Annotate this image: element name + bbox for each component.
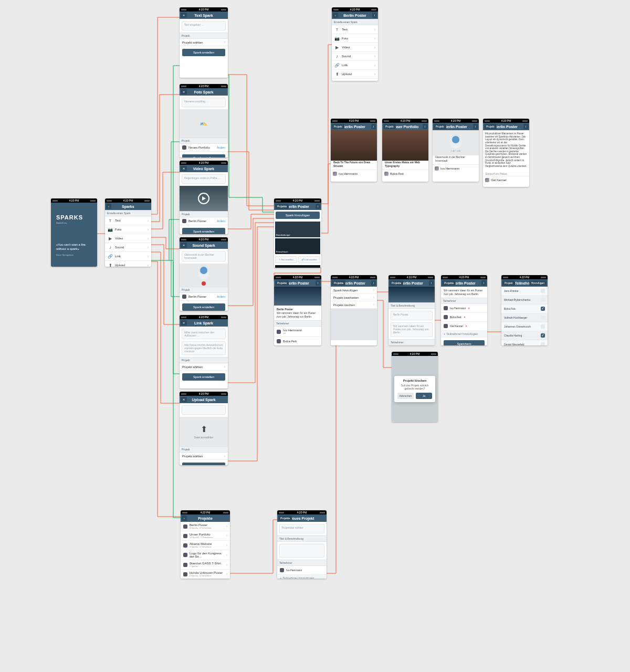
- person-row[interactable]: Ivo Herrmann✕: [441, 304, 487, 313]
- spark-type-row[interactable]: TText›: [332, 25, 378, 34]
- person-row[interactable]: Ivo Herrmannich: [274, 327, 321, 337]
- caption-input[interactable]: [182, 405, 226, 415]
- save-button[interactable]: Speichern: [444, 340, 485, 345]
- sound-recorder[interactable]: [180, 264, 228, 287]
- info-button[interactable]: i: [316, 280, 320, 286]
- description-input[interactable]: Wir sammeln Ideen für ein Poster zum jub…: [391, 322, 433, 337]
- project-row[interactable]: Unser Portfolio12 Sparks · 2 Teilnehmer›: [181, 531, 230, 541]
- close-button[interactable]: ✕: [181, 13, 187, 18]
- caption-input[interactable]: Gleismusik in der Berliner Innenstadt: [182, 251, 226, 261]
- person-search-row[interactable]: Claudia Harling✓: [501, 331, 548, 340]
- person-search-row[interactable]: Daniel Meusefeld✓: [501, 340, 548, 345]
- projects-button[interactable]: Projekte: [278, 516, 292, 521]
- person-search-row[interactable]: Jens Franke✓: [501, 287, 548, 296]
- person-row[interactable]: Boba Fett: [274, 337, 321, 345]
- create-spark-button[interactable]: Spark erstellen: [182, 49, 225, 56]
- project-button[interactable]: Projekt: [484, 124, 497, 129]
- spark-type-row[interactable]: TText›: [105, 216, 151, 225]
- info-button[interactable]: i: [316, 204, 320, 209]
- action-edit-project[interactable]: Projekt bearbeiten›: [331, 294, 377, 301]
- action-add-spark[interactable]: Spark hinzufügen›: [331, 287, 377, 294]
- project-selector[interactable]: Projekt wählen›: [180, 453, 228, 460]
- back-button[interactable]: ‹: [333, 13, 338, 18]
- spark-video-tile[interactable]: [275, 265, 320, 268]
- add-spark-button[interactable]: Spark hinzufügen: [276, 212, 320, 219]
- person-row[interactable]: Gel Kennel✕: [441, 322, 487, 331]
- cancel-button[interactable]: Abbrechen: [397, 393, 414, 399]
- action-delete-project[interactable]: Projekt löschen›: [331, 301, 377, 309]
- close-button[interactable]: ✕: [181, 320, 187, 326]
- spark-image[interactable]: [382, 130, 428, 161]
- info-button[interactable]: i: [473, 124, 478, 129]
- person-search-row[interactable]: Johannes Greselnusch✓: [501, 322, 548, 331]
- caption-input[interactable]: Namensvorschlag …: [182, 98, 226, 107]
- project-button[interactable]: Projekt: [434, 124, 446, 129]
- info-button[interactable]: i: [481, 280, 486, 286]
- person-row[interactable]: Boba Fett✕: [441, 313, 487, 322]
- create-spark-button[interactable]: Spark erstellen: [182, 154, 225, 158]
- add-person-row[interactable]: + Teilnehmer hinzufügen: [277, 575, 327, 579]
- project-selector[interactable]: Berlin PosterÄndern: [180, 217, 228, 225]
- spark-type-row[interactable]: ▶Video›: [105, 234, 151, 243]
- info-button[interactable]: i: [372, 13, 377, 18]
- project-button[interactable]: Projekt: [332, 124, 344, 129]
- spark-type-row[interactable]: ♪Sound›: [332, 52, 378, 61]
- person-search-row[interactable]: Vollrath Hochberger✓: [501, 313, 548, 322]
- spark-type-row[interactable]: 🔗Link›: [105, 252, 151, 261]
- description-input[interactable]: [279, 544, 324, 558]
- project-selector[interactable]: Neues PortfolioÄndern: [180, 144, 228, 152]
- project-selector[interactable]: Berlin PosterÄndern: [180, 293, 228, 301]
- caption-input[interactable]: Regenbogen endet in Praha …: [182, 174, 226, 184]
- add-person-row[interactable]: + Teilnehmer hinzufügen: [441, 331, 487, 338]
- close-button[interactable]: ✕: [181, 243, 187, 248]
- title-input[interactable]: Projekttitel wählen: [279, 524, 324, 533]
- project-row[interactable]: Alberta Website3 Sparks · 3 Teilnehmer›: [181, 541, 230, 550]
- project-button[interactable]: Projekt: [383, 124, 396, 129]
- create-spark-button[interactable]: Spark erstellen: [182, 303, 225, 311]
- spark-type-row[interactable]: 🔗Link›: [332, 61, 378, 70]
- projects-button[interactable]: Projekte: [390, 280, 403, 286]
- project-row[interactable]: Honda Unknown Poster6 Sparks · 3 Teilneh…: [181, 570, 230, 579]
- back-button[interactable]: ‹: [182, 516, 187, 521]
- audio-player[interactable]: 2:48 / 4:06: [433, 130, 479, 155]
- upload-dropzone[interactable]: ⬆︎Datei auswählen: [180, 417, 228, 446]
- project-row[interactable]: Berlin Poster6 Sparks · 3 Teilnehmer›: [181, 522, 230, 531]
- person-search-row[interactable]: Boba Fett✓: [501, 304, 548, 313]
- close-button[interactable]: ✕: [181, 89, 187, 94]
- create-spark-button[interactable]: Spark erstellen: [182, 228, 225, 234]
- spark-type-row[interactable]: ♪Sound›: [105, 243, 151, 252]
- create-spark-button[interactable]: Spark erstellen: [182, 463, 225, 465]
- spark-type-row[interactable]: 📷Foto›: [332, 34, 378, 43]
- add-button[interactable]: Hinzufügen: [529, 280, 547, 286]
- person-search-row[interactable]: Michael Ryberschenko✓: [501, 296, 548, 304]
- info-button[interactable]: i: [371, 124, 376, 129]
- close-button[interactable]: ✕: [181, 397, 187, 402]
- spark-type-row[interactable]: ▶Video›: [332, 43, 378, 52]
- spark-type-row[interactable]: ⬆Upload›: [332, 70, 378, 79]
- info-button[interactable]: i: [429, 280, 434, 286]
- project-row[interactable]: Standort DASS T-Shirt2 Sparks›: [181, 560, 230, 570]
- photo-preview[interactable]: 🗺️📐: [180, 109, 228, 138]
- info-button[interactable]: i: [423, 124, 427, 129]
- title-input[interactable]: Berlin Poster: [391, 311, 433, 320]
- create-text-chip[interactable]: ✎ Text erstellen: [275, 256, 297, 263]
- project-button[interactable]: Projekt: [502, 280, 515, 286]
- spark-type-row[interactable]: 📷Foto›: [105, 225, 151, 234]
- caption-input[interactable]: Miller stand zwischen den Aufbauten …: [182, 329, 226, 339]
- create-spark-button[interactable]: Spark erstellen: [182, 373, 225, 381]
- caption-input[interactable]: Text eingeben …: [182, 21, 226, 30]
- project-selector[interactable]: Projekt wählen›: [180, 39, 228, 46]
- spark-tile[interactable]: Fernsehturm: [275, 238, 320, 254]
- projects-button[interactable]: Projekte: [442, 280, 456, 286]
- projects-button[interactable]: Projekte: [332, 280, 345, 286]
- confirm-button[interactable]: Ja: [416, 393, 432, 399]
- info-button[interactable]: i: [523, 124, 528, 129]
- close-button[interactable]: ✕: [181, 166, 187, 171]
- back-button[interactable]: ‹: [106, 204, 111, 209]
- video-preview[interactable]: [180, 186, 228, 211]
- project-row[interactable]: Logo für den Kongress der Sa…›: [181, 550, 230, 560]
- info-button[interactable]: i: [371, 280, 376, 286]
- project-selector[interactable]: Projekt wählen›: [180, 363, 228, 371]
- person-row[interactable]: Ivo Herrmann: [277, 566, 327, 575]
- spark-image[interactable]: [331, 130, 377, 161]
